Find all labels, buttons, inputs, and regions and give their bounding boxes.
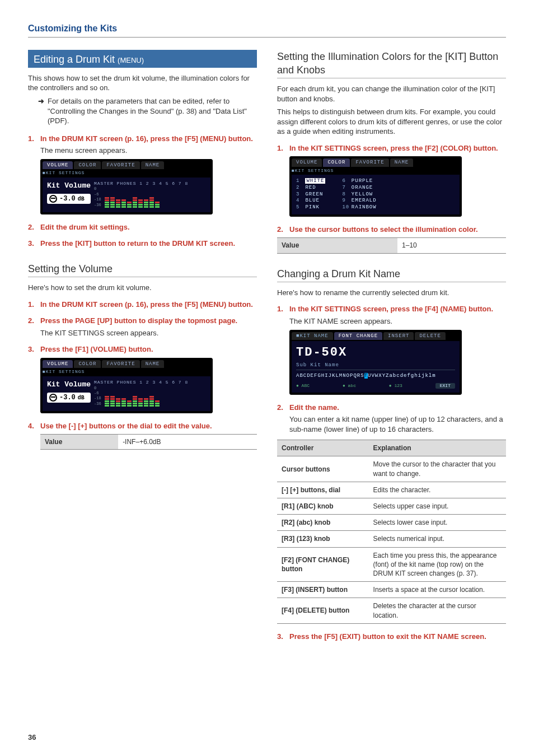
dial-icon bbox=[49, 394, 57, 402]
name-intro: Here's how to rename the currently selec… bbox=[277, 288, 506, 298]
section-editing-kit-title: Editing a Drum Kit bbox=[34, 54, 118, 65]
section-setting-volume: Setting the Volume bbox=[28, 262, 257, 277]
kit-volume-screenshot-2: VOLUME COLOR FAVORITE NAME ■KIT SETTINGS… bbox=[40, 358, 213, 413]
vol-step-3: 3.Press the [F1] (VOLUME) button. bbox=[28, 344, 257, 354]
scr-meters bbox=[105, 188, 160, 208]
editing-ref-note: ➜ For details on the parameters that can… bbox=[38, 96, 257, 126]
scr-volume-value: -3.0 bbox=[59, 194, 76, 203]
kit-subname: Sub Kit Name bbox=[296, 362, 455, 370]
vol-step-1: 1.In the DRUM KIT screen (p. 16), press … bbox=[28, 300, 257, 310]
ctl-row-2-exp: Selects upper case input. bbox=[369, 498, 506, 515]
ctl-row-2-label: [R1] (ABC) knob bbox=[277, 498, 369, 515]
vol-table-value: -INF–+6.0dB bbox=[118, 435, 257, 450]
volume-intro: Here's how to set the drum kit volume. bbox=[28, 283, 257, 293]
vol-step-4: 4.Use the [-] [+] buttons or the dial to… bbox=[28, 421, 257, 431]
illum-step-2: 2.Use the cursor buttons to select the i… bbox=[277, 225, 506, 235]
scr-kit-volume-label: Kit Volume bbox=[47, 181, 91, 191]
edit-step-2: 2.Edit the drum kit settings. bbox=[28, 222, 257, 232]
ctl-row-3-exp: Selects lower case input. bbox=[369, 515, 506, 531]
name-step-3: 3.Press the [F5] (EXIT) button to exit t… bbox=[277, 632, 506, 642]
color-column-1: 1 WHITE 2 RED 3 GREEN 4 BLUE 5 PINK bbox=[296, 178, 325, 211]
ctl-row-1-label: [-] [+] buttons, dial bbox=[277, 482, 369, 498]
section-kit-name: Changing a Drum Kit Name bbox=[277, 267, 506, 282]
editing-ref-text: For details on the parameters that can b… bbox=[48, 96, 257, 126]
scr-tab-color: COLOR bbox=[74, 161, 101, 169]
kit-name-display: TD-50X bbox=[296, 344, 455, 361]
ctl-row-5-label: [F2] (FONT CHANGE) button bbox=[277, 547, 369, 582]
scr-tab-favorite: FAVORITE bbox=[102, 161, 139, 169]
color-column-2: 6 PURPLE 7 ORANGE 8 YELLOW 9 EMERALD 10 … bbox=[342, 178, 376, 211]
ctl-row-1-exp: Edits the character. bbox=[369, 482, 506, 498]
scr-meter-header: MASTER PHONES 1 2 3 4 5 6 7 8 bbox=[94, 181, 206, 187]
scr-tab-name: NAME bbox=[141, 161, 165, 169]
ctl-row-3-label: [R2] (abc) knob bbox=[277, 515, 369, 531]
vol-table-label: Value bbox=[40, 435, 118, 450]
name-step-2: 2.Edit the name. bbox=[277, 403, 506, 413]
ctl-row-4-exp: Selects numerical input. bbox=[369, 531, 506, 547]
vol-step-2: 2.Press the PAGE [UP] button to display … bbox=[28, 316, 257, 326]
ctl-header-explanation: Explanation bbox=[369, 440, 506, 456]
dial-icon bbox=[49, 195, 57, 203]
scr-volume-badge: -3.0dB bbox=[47, 194, 91, 204]
section-illumination: Setting the Illumination Colors for the … bbox=[277, 50, 506, 79]
vol-step-2-body: The KIT SETTINGS screen appears. bbox=[40, 328, 257, 338]
illum-p1: For each drum kit, you can change the il… bbox=[277, 84, 506, 104]
edit-step-1: 1.In the DRUM KIT screen (p. 16), press … bbox=[28, 134, 257, 144]
ctl-row-6-exp: Inserts a space at the cursor location. bbox=[369, 582, 506, 598]
char-picker: ABCDEFGHIJKLMNOPQRSTUVWXYZabcdefghijklm bbox=[296, 372, 455, 379]
controller-table: Controller Explanation Cursor buttonsMov… bbox=[277, 440, 506, 623]
editing-intro: This shows how to set the drum kit volum… bbox=[28, 73, 257, 93]
illum-table-label: Value bbox=[277, 238, 397, 253]
illum-p2: This helps to distinguish between drum k… bbox=[277, 107, 506, 137]
ctl-header-controller: Controller bbox=[277, 440, 369, 456]
ctl-row-7-exp: Deletes the character at the cursor loca… bbox=[369, 598, 506, 623]
section-editing-kit: Editing a Drum Kit (MENU) bbox=[28, 50, 257, 68]
ctl-row-6-label: [F3] (INSERT) button bbox=[277, 582, 369, 598]
ctl-row-0-label: Cursor buttons bbox=[277, 456, 369, 482]
header-rule bbox=[28, 37, 506, 38]
kit-volume-screenshot: VOLUME COLOR FAVORITE NAME ■KIT SETTINGS… bbox=[40, 159, 213, 214]
color-screenshot: VOLUME COLOR FAVORITE NAME ■KIT SETTINGS… bbox=[289, 156, 462, 216]
edit-step-1-body: The menu screen appears. bbox=[40, 146, 257, 156]
edit-step-3: 3.Press the [KIT] button to return to th… bbox=[28, 239, 257, 249]
section-editing-kit-sub: (MENU) bbox=[118, 56, 144, 64]
ctl-row-0-exp: Move the cursor to the character that yo… bbox=[369, 456, 506, 482]
illum-table-value: 1–10 bbox=[397, 238, 506, 253]
ctl-row-4-label: [R3] (123) knob bbox=[277, 531, 369, 547]
scr-tab-volume: VOLUME bbox=[43, 161, 73, 169]
name-step-2-body: You can enter a kit name (upper line) of… bbox=[289, 414, 506, 434]
name-step-1-body: The KIT NAME screen appears. bbox=[289, 316, 506, 326]
arrow-icon: ➜ bbox=[38, 96, 44, 126]
page-header: Customizing the Kits bbox=[28, 22, 506, 35]
name-step-1: 1.In the KIT SETTINGS screen, press the … bbox=[277, 304, 506, 314]
illum-value-table: Value 1–10 bbox=[277, 237, 506, 253]
volume-value-table: Value -INF–+6.0dB bbox=[40, 434, 257, 450]
scr-volume-unit: dB bbox=[78, 195, 85, 203]
ctl-row-5-exp: Each time you press this, the appearance… bbox=[369, 547, 506, 582]
scr-subtitle: ■KIT SETTINGS bbox=[43, 170, 210, 176]
illum-step-1: 1.In the KIT SETTINGS screen, press the … bbox=[277, 143, 506, 153]
ctl-row-7-label: [F4] (DELETE) button bbox=[277, 598, 369, 623]
kit-name-screenshot: ■KIT NAME FONT CHANGE INSERT DELETE TD-5… bbox=[289, 330, 462, 395]
